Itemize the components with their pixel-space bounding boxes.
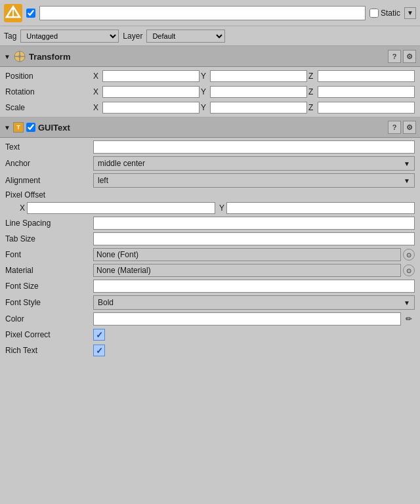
pixel-offset-y-input[interactable]: 0 xyxy=(226,202,415,214)
color-label: Color xyxy=(5,314,91,324)
font-value: None (Font) xyxy=(93,248,401,261)
rotation-x-input[interactable]: 0 xyxy=(102,86,200,98)
color-field: ✏ xyxy=(93,312,415,326)
transform-section-header[interactable]: ▼ Transform ? ⚙ xyxy=(0,46,420,67)
layer-label: Layer xyxy=(123,32,142,41)
transform-help-btn[interactable]: ? xyxy=(388,50,401,63)
scale-z-label: Z xyxy=(308,103,316,112)
transform-settings-btn[interactable]: ⚙ xyxy=(403,50,416,63)
position-xyz: X 0.5 Y 0.5 Z 0 xyxy=(93,70,415,82)
rich-text-label: Rich Text xyxy=(5,346,91,355)
object-enable-checkbox[interactable] xyxy=(26,9,35,18)
color-swatch[interactable] xyxy=(93,312,401,326)
guitext-enable-checkbox[interactable] xyxy=(26,123,35,132)
rotation-xyz: X 0 Y 0 Z 0 xyxy=(93,86,415,98)
guitext-icon: T xyxy=(13,122,24,133)
transform-title: Transform xyxy=(29,52,385,62)
position-label: Position xyxy=(5,72,91,81)
layer-select[interactable]: Default xyxy=(146,30,225,43)
tab-size-label: Tab Size xyxy=(5,234,91,243)
scale-z-input[interactable]: 1 xyxy=(318,102,415,114)
guitext-title: GUIText xyxy=(38,123,385,133)
font-size-label: Font Size xyxy=(5,282,91,291)
alignment-dropdown[interactable]: left ▼ xyxy=(93,173,415,188)
anchor-dropdown[interactable]: middle center ▼ xyxy=(93,156,415,171)
guitext-body: Text RUNNER Anchor middle center ▼ Align… xyxy=(0,138,420,360)
color-picker-btn[interactable]: ✏ xyxy=(403,313,415,325)
guitext-section-header[interactable]: ▼ T GUIText ? ⚙ xyxy=(0,117,420,138)
rotation-z-input[interactable]: 0 xyxy=(318,86,415,98)
rich-text-checkbox[interactable] xyxy=(93,345,105,356)
anchor-label: Anchor xyxy=(5,159,91,168)
font-style-value: Bold xyxy=(98,298,114,307)
scale-label: Scale xyxy=(5,103,91,112)
rotation-y-label: Y xyxy=(201,87,209,96)
tab-size-input[interactable]: 4 xyxy=(93,232,415,245)
transform-section-icons: ? ⚙ xyxy=(388,50,416,63)
pixel-correct-row: Pixel Correct xyxy=(0,327,420,343)
guitext-collapse-arrow[interactable]: ▼ xyxy=(4,124,10,131)
rotation-y-input[interactable]: 0 xyxy=(210,86,307,98)
position-x-input[interactable]: 0.5 xyxy=(102,70,200,82)
object-name-input[interactable]: Runner Text xyxy=(39,6,366,20)
line-spacing-label: Line Spacing xyxy=(5,219,91,228)
rotation-z-label: Z xyxy=(308,87,316,96)
static-label: Static xyxy=(381,9,400,18)
guitext-enable-group[interactable] xyxy=(26,123,35,132)
font-size-input[interactable]: 60 xyxy=(93,280,415,293)
rotation-x-label: X xyxy=(93,87,101,96)
alignment-value-container: left ▼ xyxy=(93,173,415,188)
scale-xyz: X 1 Y 1 Z 1 xyxy=(93,102,415,114)
text-row: Text RUNNER xyxy=(0,139,420,155)
anchor-dropdown-arrow-icon: ▼ xyxy=(404,160,410,167)
transform-collapse-arrow[interactable]: ▼ xyxy=(4,53,10,60)
guitext-settings-btn[interactable]: ⚙ xyxy=(403,121,416,134)
font-label: Font xyxy=(5,250,91,259)
font-field: None (Font) ⊙ xyxy=(93,248,415,261)
font-style-dropdown-arrow-icon: ▼ xyxy=(404,299,410,306)
position-y-label: Y xyxy=(201,72,209,81)
anchor-value-container: middle center ▼ xyxy=(93,156,415,171)
position-y-input[interactable]: 0.5 xyxy=(210,70,307,82)
color-row: Color ✏ xyxy=(0,311,420,327)
transform-icon xyxy=(13,50,26,63)
pixel-correct-checkbox[interactable] xyxy=(93,329,105,341)
material-select-btn[interactable]: ⊙ xyxy=(403,264,415,276)
scale-y-input[interactable]: 1 xyxy=(210,102,307,114)
position-z-input[interactable]: 0 xyxy=(318,70,415,82)
guitext-section-icons: ? ⚙ xyxy=(388,121,416,134)
pixel-offset-x-label: X xyxy=(20,203,25,213)
tag-layer-row: Tag Untagged Layer Default xyxy=(0,26,420,46)
text-input[interactable]: RUNNER xyxy=(93,140,415,154)
position-z-label: Z xyxy=(308,72,316,81)
font-size-row: Font Size 60 xyxy=(0,278,420,294)
tag-select[interactable]: Untagged xyxy=(20,30,119,43)
transform-body: Position X 0.5 Y 0.5 Z 0 Rotation X 0 Y … xyxy=(0,67,420,117)
tab-size-value-container: 4 xyxy=(93,232,415,245)
font-style-value-container: Bold ▼ xyxy=(93,295,415,310)
tab-size-row: Tab Size 4 xyxy=(0,231,420,247)
static-checkbox-group[interactable]: Static xyxy=(369,9,400,18)
static-dropdown-btn[interactable]: ▼ xyxy=(404,7,416,19)
font-row: Font None (Font) ⊙ xyxy=(0,247,420,262)
material-label: Material xyxy=(5,266,91,275)
text-label: Text xyxy=(5,142,91,152)
svg-point-7 xyxy=(18,55,21,58)
static-checkbox[interactable] xyxy=(369,9,379,18)
font-style-row: Font Style Bold ▼ xyxy=(0,294,420,311)
pixel-offset-x-input[interactable]: 0 xyxy=(27,202,215,214)
line-spacing-row: Line Spacing 1 xyxy=(0,215,420,231)
pixel-offset-y-label: Y xyxy=(219,203,224,213)
font-style-label: Font Style xyxy=(5,298,91,307)
guitext-help-btn[interactable]: ? xyxy=(388,121,401,134)
top-bar: Runner Text Static ▼ xyxy=(0,0,420,26)
rotation-row: Rotation X 0 Y 0 Z 0 xyxy=(0,84,420,100)
material-field: None (Material) ⊙ xyxy=(93,264,415,277)
object-enable-checkbox-group[interactable] xyxy=(26,9,35,18)
font-select-btn[interactable]: ⊙ xyxy=(403,249,415,261)
line-spacing-input[interactable]: 1 xyxy=(93,217,415,230)
font-style-dropdown[interactable]: Bold ▼ xyxy=(93,295,415,310)
scale-row: Scale X 1 Y 1 Z 1 xyxy=(0,100,420,116)
material-value: None (Material) xyxy=(93,264,401,277)
scale-x-input[interactable]: 1 xyxy=(102,102,200,114)
